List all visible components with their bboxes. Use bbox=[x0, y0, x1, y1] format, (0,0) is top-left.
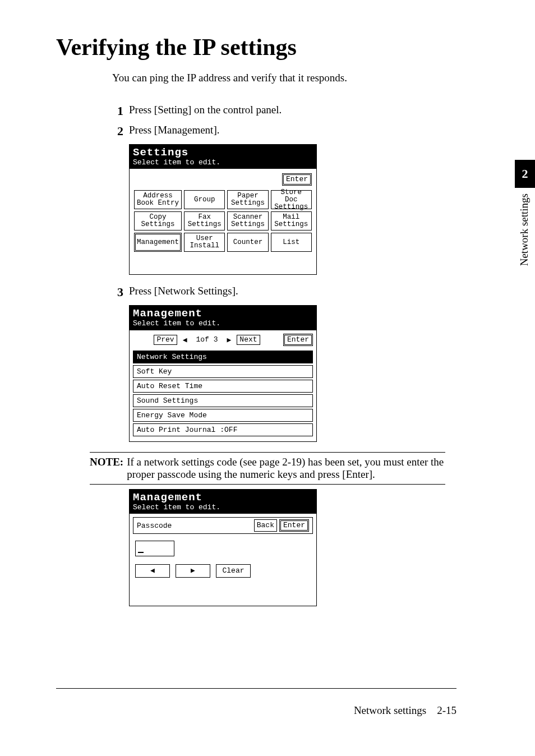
lcd-title: Settings bbox=[133, 147, 313, 159]
lcd-header: Settings Select item to edit. bbox=[130, 145, 316, 169]
arrow-right-button[interactable]: ▶ bbox=[176, 564, 210, 578]
list-item-auto-reset-time[interactable]: Auto Reset Time bbox=[133, 380, 313, 393]
page-title: Verifying the IP settings bbox=[56, 34, 479, 61]
step-text: Press [Management]. bbox=[129, 124, 479, 136]
lcd-header: Management Select item to edit. bbox=[130, 490, 316, 514]
lcd-title: Management bbox=[133, 308, 313, 320]
lcd-management-list: Management Select item to edit. Prev ◀ 1… bbox=[129, 305, 317, 441]
footer-section: Network settings bbox=[354, 704, 426, 716]
management-button[interactable]: Management bbox=[134, 233, 182, 252]
step-text: Press [Network Settings]. bbox=[129, 285, 479, 297]
divider bbox=[90, 452, 445, 453]
list-item-soft-key[interactable]: Soft Key bbox=[133, 365, 313, 378]
triangle-right-icon: ▶ bbox=[224, 335, 235, 344]
fax-settings-button[interactable]: Fax Settings bbox=[184, 211, 225, 231]
copy-settings-button[interactable]: Copy Settings bbox=[134, 211, 182, 231]
list-item-network-settings[interactable]: Network Settings bbox=[133, 351, 313, 363]
enter-button[interactable]: Enter bbox=[282, 173, 312, 186]
lcd-header: Management Select item to edit. bbox=[130, 306, 316, 330]
arrow-left-button[interactable]: ◀ bbox=[135, 564, 170, 578]
step-text: Press [Setting] on the control panel. bbox=[129, 104, 479, 116]
note-text: If a network settings code (see page 2-1… bbox=[127, 456, 445, 481]
triangle-left-icon: ◀ bbox=[179, 335, 191, 344]
pager-text: 1of 3 bbox=[192, 335, 221, 344]
intro-text: You can ping the IP address and verify t… bbox=[112, 72, 479, 84]
step-3: 3 Press [Network Settings]. bbox=[112, 285, 479, 299]
group-button[interactable]: Group bbox=[184, 190, 225, 209]
list-item-sound-settings[interactable]: Sound Settings bbox=[133, 394, 313, 407]
paper-settings-button[interactable]: Paper Settings bbox=[227, 190, 268, 209]
divider bbox=[90, 484, 445, 485]
passcode-label: Passcode bbox=[137, 522, 172, 530]
step-number: 2 bbox=[112, 124, 123, 139]
note: NOTE: If a network settings code (see pa… bbox=[90, 456, 445, 481]
clear-button[interactable]: Clear bbox=[216, 564, 251, 578]
list-button[interactable]: List bbox=[271, 233, 312, 252]
lcd-subtitle: Select item to edit. bbox=[133, 320, 313, 328]
lcd-passcode: Management Select item to edit. Passcode… bbox=[129, 489, 317, 606]
lcd-subtitle: Select item to edit. bbox=[133, 159, 313, 167]
mail-settings-button[interactable]: Mail Settings bbox=[271, 211, 312, 231]
list-item-energy-save-mode[interactable]: Energy Save Mode bbox=[133, 409, 313, 422]
next-button[interactable]: Next bbox=[237, 335, 260, 345]
passcode-input[interactable] bbox=[135, 541, 174, 556]
address-book-entry-button[interactable]: Address Book Entry bbox=[134, 190, 182, 209]
cursor-icon bbox=[138, 552, 144, 553]
note-label: NOTE: bbox=[90, 456, 123, 481]
step-number: 3 bbox=[112, 285, 123, 299]
footer-page: 2-15 bbox=[437, 704, 456, 716]
lcd-subtitle: Select item to edit. bbox=[133, 504, 313, 511]
store-doc-settings-button[interactable]: Store Doc Settings bbox=[271, 190, 312, 209]
footer-divider bbox=[56, 688, 456, 689]
scanner-settings-button[interactable]: Scanner Settings bbox=[227, 211, 268, 231]
chapter-side-label: Network settings bbox=[518, 193, 531, 266]
counter-button[interactable]: Counter bbox=[227, 233, 268, 252]
back-button[interactable]: Back bbox=[254, 519, 277, 532]
step-1: 1 Press [Setting] on the control panel. bbox=[112, 104, 479, 118]
step-2: 2 Press [Management]. bbox=[112, 124, 479, 139]
enter-button[interactable]: Enter bbox=[283, 334, 313, 346]
enter-button[interactable]: Enter bbox=[279, 519, 309, 532]
lcd-title: Management bbox=[133, 492, 313, 504]
lcd-settings: Settings Select item to edit. Enter Addr… bbox=[129, 144, 317, 275]
passcode-field-row: Passcode Back Enter bbox=[133, 517, 313, 534]
prev-button[interactable]: Prev bbox=[154, 335, 177, 345]
user-install-button[interactable]: User Install bbox=[184, 233, 225, 252]
footer: Network settings 2-15 bbox=[354, 704, 456, 717]
step-number: 1 bbox=[112, 104, 123, 118]
chapter-tab: 2 bbox=[515, 160, 535, 188]
list-item-auto-print-journal[interactable]: Auto Print Journal :OFF bbox=[133, 423, 313, 436]
